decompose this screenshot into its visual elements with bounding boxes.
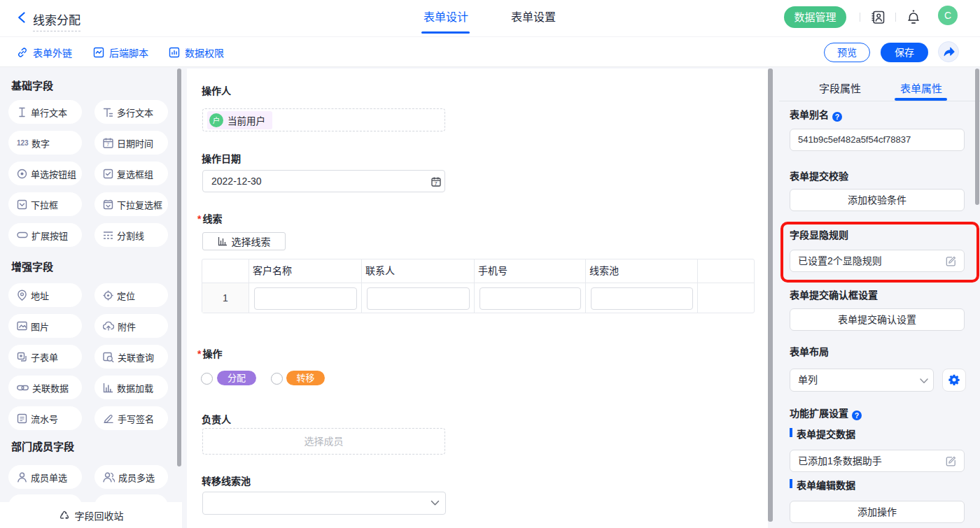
svg-text:7: 7 bbox=[435, 180, 438, 187]
svg-text:7: 7 bbox=[106, 142, 109, 147]
